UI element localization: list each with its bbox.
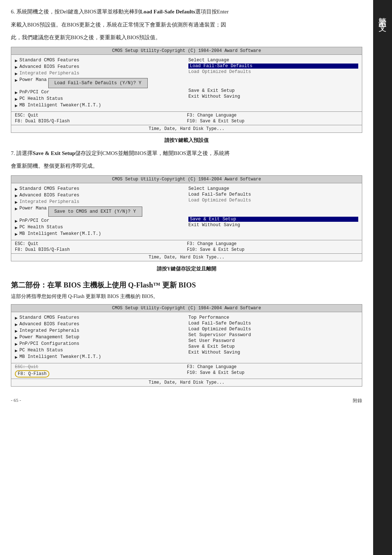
bios2-item-1: Standard CMOS Features	[20, 186, 79, 191]
section3-header: 第二部份：在單 BIOS 主機板上使用 Q-Flash™ 更新 BIOS	[11, 279, 362, 290]
bios1-footer-f3: F3: Change Language	[187, 113, 358, 118]
page-label: 附錄	[353, 397, 362, 404]
bios2-footer-esc: ESC: Quit	[15, 241, 186, 246]
section2-prefix: 7. 請選擇	[11, 150, 33, 156]
bios1-item-5: PnP/PCI Cor	[20, 90, 50, 95]
bios1-body: ▶ Standard CMOS Features ▶ Advanced BIOS…	[11, 55, 362, 111]
bios1-arrow-5: ▶	[15, 90, 18, 95]
section2-bold: Save & Exit Setup	[33, 150, 75, 156]
bios2-item-7: MB Intelligent Tweaker(M.I.T.)	[20, 231, 101, 236]
bios1-arrow-4: ▶	[15, 77, 18, 83]
bios2-item-6: PC Health Status	[20, 225, 63, 230]
bios2-body: ▶ Standard CMOS Features ▶ Advanced BIOS…	[11, 183, 362, 240]
bios3-right-4: Set Supervisor Password	[188, 332, 358, 338]
bios2-row-2: ▶ Advanced BIOS Features	[15, 193, 185, 199]
bios2-footer-bottom: Time, Date, Hard Disk Type...	[11, 253, 362, 261]
bios1-arrow-2: ▶	[15, 64, 18, 70]
section3-header-block: 第二部份：在單 BIOS 主機板上使用 Q-Flash™ 更新 BIOS	[11, 279, 362, 290]
bios3-right-5: Set User Password	[188, 338, 358, 343]
bios2-footer-f3: F3: Change Language	[187, 241, 358, 246]
para1-bold: Load Fail-Safe Defaults	[140, 9, 195, 15]
bios3-item-6: PC Health Status	[20, 348, 63, 353]
bios3-right-7: Exit Without Saving	[188, 350, 358, 355]
bios1-item-6: PC Health Status	[20, 96, 63, 101]
bios2-row-7: ▶ MB Intelligent Tweaker(M.I.T.)	[15, 231, 185, 237]
bios1-footer-esc: ESC: Quit	[15, 113, 186, 118]
bios3-right-6: Save & Exit Setup	[188, 344, 358, 349]
bios2-right: Select Language Load Fail-Safe Defaults …	[188, 185, 358, 238]
bios3-footer-bottom: Time, Date, Hard Disk Type...	[11, 379, 362, 386]
bios2-row-1: ▶ Standard CMOS Features	[15, 186, 185, 192]
bios2-row-6: ▶ PC Health Status	[15, 225, 185, 230]
bios2-left: ▶ Standard CMOS Features ▶ Advanced BIOS…	[15, 185, 185, 238]
bios2-dialog: Save to CMOS and EXIT (Y/N)? Y	[48, 207, 142, 217]
bios3-title: CMOS Setup Utility-Copyright (C) 1984-20…	[11, 305, 362, 312]
bios3-footer-esc: ESC: Quit	[15, 364, 186, 370]
bios-screenshot-1: CMOS Setup Utility-Copyright (C) 1984-20…	[11, 47, 362, 133]
bios1-row-2: ▶ Advanced BIOS Features	[15, 64, 185, 70]
main-content: 6. 系統開機之後，按Del鍵進入BIOS選單並移動光棒到Load Fail-S…	[0, 0, 373, 415]
bios3-footer-f8: F8: Q-Flash	[15, 370, 186, 378]
page-footer: - 65 - 附錄	[11, 397, 362, 404]
bios1-item-3: Integrated Peripherals	[20, 71, 79, 76]
bios1-arrow-1: ▶	[15, 58, 18, 64]
bios1-right: Select Language Load Fail-Safe Defaults …	[188, 57, 358, 109]
bios3-right-1: Top Performance	[188, 315, 358, 320]
bios3-row-1: ▶ Standard CMOS Features	[15, 315, 185, 321]
caption2: 請按Y鍵儲存設定並且離開	[11, 266, 362, 272]
bios2-right-4: Save & Exit Setup	[188, 217, 358, 222]
bios1-row-6: ▶ PC Health Status	[15, 96, 185, 102]
bios2-item-2: Advanced BIOS Features	[20, 193, 79, 198]
bios1-right-1: Select Language	[188, 58, 358, 63]
bios3-item-5: PnP/PCI Configurations	[20, 341, 79, 346]
bios3-row-4: ▶ Power Management Setup	[15, 335, 185, 340]
bios1-footer-f8: F8: Dual BIOS/Q-Flash	[15, 119, 186, 124]
bios2-right-3: Load Optimized Defaults	[188, 198, 358, 203]
section2-para2: 會重新開機。整個更新程序即完成。	[11, 162, 362, 171]
bios1-right-3: Load Optimized Defaults	[188, 69, 358, 74]
caption1: 請按Y鍵載入預設值	[11, 137, 362, 144]
bios2-right-5: Exit Without Saving	[188, 223, 358, 228]
bios3-f8-highlight: F8: Q-Flash	[15, 370, 49, 378]
bios1-footer: ESC: Quit F3: Change Language F8: Dual B…	[11, 111, 362, 125]
bios3-left: ▶ Standard CMOS Features ▶ Advanced BIOS…	[15, 314, 185, 361]
bios2-row-dialog: ▶ Power Mana Save to CMOS and EXIT (Y/N)…	[15, 206, 185, 217]
bios3-right-2: Load Fail-Safe Defaults	[188, 321, 358, 326]
bios2-item-4: Power Mana	[20, 206, 47, 211]
section1-para: 6. 系統開機之後，按Del鍵進入BIOS選單並移動光棒到Load Fail-S…	[11, 7, 362, 17]
section2-suffix: 儲存設定到CMOS並離開BIOS選單，離開BIOS選單之後，系統將	[75, 150, 230, 156]
bios3-row-6: ▶ PC Health Status	[15, 348, 185, 354]
page-number: - 65 -	[11, 397, 21, 404]
para1-prefix: 6. 系統開機之後，按Del鍵進入BIOS選單並移動光棒到	[11, 9, 140, 15]
bios2-item-5: PnP/PCI Cor	[20, 218, 50, 223]
bios3-item-7: MB Intelligent Tweaker(M.I.T.)	[20, 354, 101, 359]
bios3-item-3: Integrated Peripherals	[20, 328, 79, 333]
bios3-right-3: Load Optimized Defaults	[188, 327, 358, 332]
bios1-row-5: ▶ PnP/PCI Cor	[15, 90, 185, 95]
bios3-row-7: ▶ MB Intelligent Tweaker(M.I.T.)	[15, 354, 185, 360]
bios2-footer: ESC: Quit F3: Change Language F8: Dual B…	[11, 240, 362, 253]
bios1-right-5: Exit Without Saving	[188, 94, 358, 99]
bios3-item-2: Advanced BIOS Features	[20, 322, 79, 327]
bios3-footer-f10: F10: Save & Exit Setup	[187, 370, 358, 378]
section2-para1: 7. 請選擇Save & Exit Setup儲存設定到CMOS並離開BIOS選…	[11, 149, 362, 158]
section1-para2: 來載入BIOS預設值。在BIOS更新之後，系統在正常情況下會重新去偵測所有過邊裝…	[11, 20, 362, 30]
bios1-left: ▶ Standard CMOS Features ▶ Advanced BIOS…	[15, 57, 185, 109]
bios3-right: Top Performance Load Fail-Safe Defaults …	[188, 314, 358, 361]
bios3-footer: ESC: Quit F3: Change Language F8: Q-Flas…	[11, 363, 362, 379]
bios2-item-3: Integrated Peripherals	[20, 199, 79, 204]
bios3-row-5: ▶ PnP/PCI Configurations	[15, 341, 185, 347]
bios1-row-dialog: ▶ Power Mana Load Fail-Safe Defaults (Y/…	[15, 77, 185, 89]
para1-suffix: 選項目按Enter	[195, 9, 229, 15]
bios2-row-3: ▶ Integrated Peripherals	[15, 199, 185, 205]
bios3-footer-f3: F3: Change Language	[187, 364, 358, 370]
section3-intro: 這部分將指導您如何使用 Q-Flash 更新單顆 BIOS 主機板的 BIOS。	[11, 293, 362, 300]
bios1-item-1: Standard CMOS Features	[20, 58, 79, 63]
bios1-arrow-7: ▶	[15, 103, 18, 109]
bios1-item-2: Advanced BIOS Features	[20, 64, 79, 69]
bios1-item-4: Power Mana	[20, 77, 47, 82]
bios-screenshot-3: CMOS Setup Utility-Copyright (C) 1984-20…	[11, 304, 362, 387]
bios2-footer-f10: F10: Save & Exit Setup	[187, 247, 358, 252]
bios2-title: CMOS Setup Utility-Copyright (C) 1984-20…	[11, 176, 362, 183]
bios3-item-1: Standard CMOS Features	[20, 315, 79, 320]
